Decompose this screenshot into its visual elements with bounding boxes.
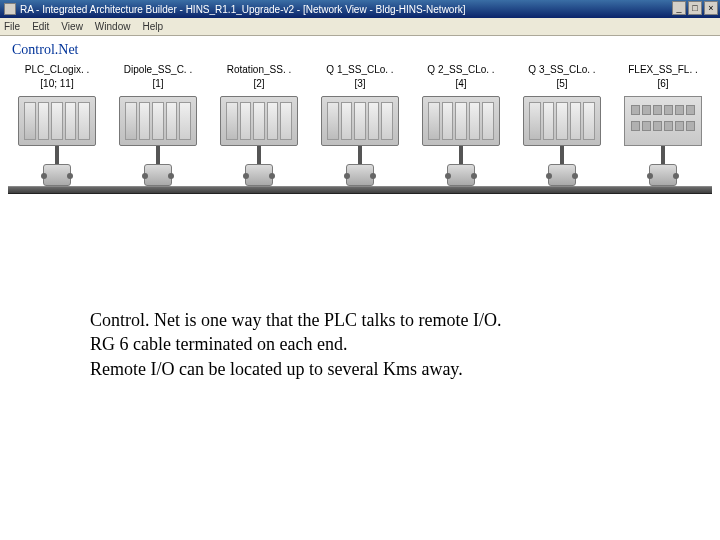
network-node-5[interactable]: Q 3_SS_CLo. . [5] <box>517 64 607 186</box>
network-view: Control.Net PLC_CLogix. . [10; 11] Dipol… <box>0 36 720 198</box>
controllogix-rack-icon <box>18 96 96 146</box>
menu-view[interactable]: View <box>61 21 83 32</box>
drop-cable <box>145 146 171 186</box>
network-node-0[interactable]: PLC_CLogix. . [10; 11] <box>12 64 102 186</box>
node-address: [10; 11] <box>12 78 102 92</box>
network-tap-icon <box>346 164 374 186</box>
nodes-row: PLC_CLogix. . [10; 11] Dipole_SS_C. . [1… <box>8 64 712 186</box>
node-label: Q 1_SS_CLo. . <box>315 64 405 78</box>
drop-cable <box>44 146 70 186</box>
menu-edit[interactable]: Edit <box>32 21 49 32</box>
slide-caption: Control. Net is one way that the PLC tal… <box>90 308 720 381</box>
controllogix-rack-icon <box>523 96 601 146</box>
network-node-1[interactable]: Dipole_SS_C. . [1] <box>113 64 203 186</box>
drop-cable <box>448 146 474 186</box>
node-label: Q 3_SS_CLo. . <box>517 64 607 78</box>
network-tap-icon <box>447 164 475 186</box>
controllogix-rack-icon <box>422 96 500 146</box>
node-label: Dipole_SS_C. . <box>113 64 203 78</box>
network-node-2[interactable]: Rotation_SS. . [2] <box>214 64 304 186</box>
node-address: [1] <box>113 78 203 92</box>
window-titlebar: RA - Integrated Architecture Builder - H… <box>0 0 720 18</box>
caption-line: Control. Net is one way that the PLC tal… <box>90 308 720 332</box>
menu-bar: File Edit View Window Help <box>0 18 720 36</box>
network-tap-icon <box>144 164 172 186</box>
controllogix-rack-icon <box>220 96 298 146</box>
caption-line: Remote I/O can be located up to several … <box>90 357 720 381</box>
network-tap-icon <box>649 164 677 186</box>
window-buttons: _ □ × <box>672 1 718 15</box>
network-tap-icon <box>548 164 576 186</box>
drop-cable <box>246 146 272 186</box>
network-trunk-cable <box>8 186 712 194</box>
close-button[interactable]: × <box>704 1 718 15</box>
node-address: [6] <box>618 78 708 92</box>
node-label: Q 2_SS_CLo. . <box>416 64 506 78</box>
flex-io-icon <box>624 96 702 146</box>
network-tap-icon <box>245 164 273 186</box>
node-address: [3] <box>315 78 405 92</box>
node-label: Rotation_SS. . <box>214 64 304 78</box>
network-node-6[interactable]: FLEX_SS_FL. . [6] <box>618 64 708 186</box>
app-icon <box>4 3 16 15</box>
drop-cable <box>650 146 676 186</box>
network-node-3[interactable]: Q 1_SS_CLo. . [3] <box>315 64 405 186</box>
menu-help[interactable]: Help <box>142 21 163 32</box>
node-label: PLC_CLogix. . <box>12 64 102 78</box>
minimize-button[interactable]: _ <box>672 1 686 15</box>
network-node-4[interactable]: Q 2_SS_CLo. . [4] <box>416 64 506 186</box>
menu-file[interactable]: File <box>4 21 20 32</box>
node-address: [2] <box>214 78 304 92</box>
node-address: [4] <box>416 78 506 92</box>
drop-cable <box>347 146 373 186</box>
drop-cable <box>549 146 575 186</box>
network-name: Control.Net <box>12 42 712 58</box>
window-title: RA - Integrated Architecture Builder - H… <box>20 4 466 15</box>
menu-window[interactable]: Window <box>95 21 131 32</box>
controllogix-rack-icon <box>321 96 399 146</box>
controllogix-rack-icon <box>119 96 197 146</box>
node-address: [5] <box>517 78 607 92</box>
node-label: FLEX_SS_FL. . <box>618 64 708 78</box>
caption-line: RG 6 cable terminated on each end. <box>90 332 720 356</box>
maximize-button[interactable]: □ <box>688 1 702 15</box>
network-tap-icon <box>43 164 71 186</box>
